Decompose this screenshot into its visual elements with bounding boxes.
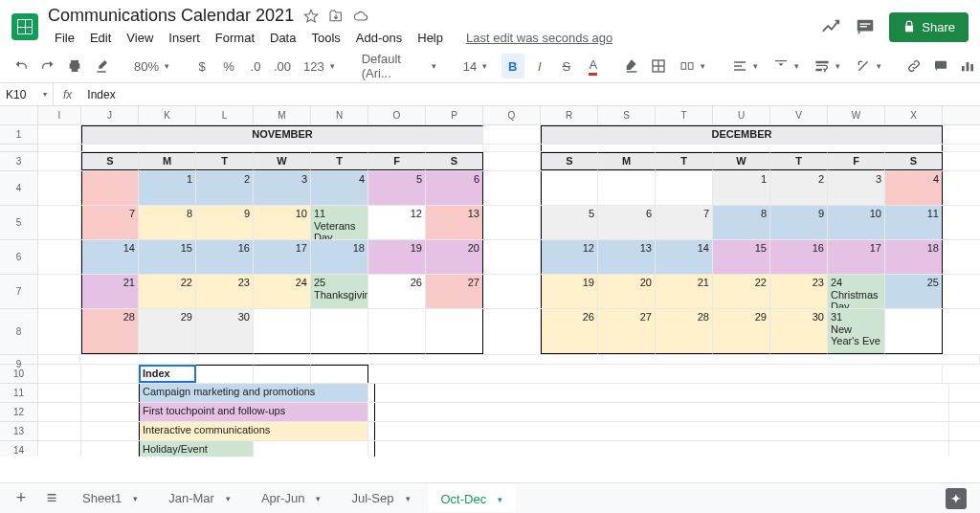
chart-button[interactable] bbox=[956, 54, 979, 78]
nov-w1-m[interactable]: 1 bbox=[139, 171, 196, 205]
nov-w5-s[interactable]: 28 bbox=[81, 309, 139, 354]
dec-w4-s[interactable]: 19 bbox=[541, 275, 598, 308]
nov-w3-f[interactable]: 19 bbox=[368, 240, 426, 274]
legend-item-1[interactable]: Campaign marketing and promotions bbox=[139, 384, 368, 402]
dec-w2-s[interactable]: 5 bbox=[541, 206, 598, 239]
col-v[interactable]: V bbox=[770, 106, 828, 124]
nov-w4-t[interactable]: 23 bbox=[196, 275, 254, 308]
valign-select[interactable] bbox=[768, 54, 805, 78]
dec-w5-th[interactable]: 30 bbox=[770, 309, 828, 354]
dec-w3-sa[interactable]: 18 bbox=[885, 240, 943, 274]
nov-w2-sa[interactable]: 13 bbox=[426, 206, 483, 239]
row-14[interactable]: Holiday/Event bbox=[38, 441, 980, 457]
nov-w1-sa[interactable]: 6 bbox=[426, 171, 483, 205]
col-j[interactable]: J bbox=[81, 106, 139, 124]
col-q[interactable]: Q bbox=[483, 106, 541, 124]
nov-w2-m[interactable]: 8 bbox=[139, 206, 196, 239]
nov-w2-w[interactable]: 10 bbox=[254, 206, 311, 239]
nov-w1-f[interactable]: 5 bbox=[368, 171, 426, 205]
nov-w3-sa[interactable]: 20 bbox=[426, 240, 483, 274]
move-icon[interactable] bbox=[328, 9, 344, 24]
dec-w4-th[interactable]: 23 bbox=[770, 275, 828, 308]
col-p[interactable]: P bbox=[426, 106, 483, 124]
merge-select[interactable] bbox=[674, 54, 711, 78]
col-t[interactable]: T bbox=[656, 106, 713, 124]
col-n[interactable]: N bbox=[311, 106, 368, 124]
nov-w5-sa[interactable] bbox=[426, 309, 483, 354]
increase-decimal-button[interactable]: .00 bbox=[271, 54, 294, 78]
star-icon[interactable] bbox=[303, 9, 319, 24]
dec-w1-t[interactable] bbox=[656, 171, 713, 205]
nov-w5-m[interactable]: 29 bbox=[139, 309, 196, 354]
column-headers[interactable]: I J K L M N O P Q R S T U V W X bbox=[38, 106, 980, 125]
comments-icon[interactable] bbox=[855, 16, 876, 37]
dec-w1-s[interactable] bbox=[541, 171, 598, 205]
name-box[interactable]: K10 bbox=[0, 83, 54, 105]
nov-w1-s[interactable] bbox=[81, 171, 139, 205]
legend-item-3[interactable]: Interactive communications bbox=[139, 422, 368, 440]
font-select[interactable]: Default (Ari... bbox=[356, 54, 442, 78]
dec-w4-f[interactable]: 24 Christmas Day bbox=[828, 275, 885, 308]
halign-select[interactable] bbox=[726, 54, 764, 78]
formula-input[interactable]: Index bbox=[81, 88, 980, 101]
print-button[interactable] bbox=[63, 54, 86, 78]
dec-w4-w[interactable]: 22 bbox=[713, 275, 770, 308]
row-4[interactable]: 1 2 3 4 5 6 1 2 3 4 bbox=[38, 171, 980, 206]
dec-w2-f[interactable]: 10 bbox=[828, 206, 885, 239]
paint-format-button[interactable] bbox=[90, 54, 113, 78]
row-headers[interactable]: 1 3 4 5 6 7 8 9 10111213141516171819 bbox=[0, 106, 38, 457]
nov-w3-m[interactable]: 15 bbox=[139, 240, 196, 274]
row-8[interactable]: 28 29 30 26 27 28 29 30 31 New Year's Ev… bbox=[38, 309, 980, 355]
nov-w3-w[interactable]: 17 bbox=[254, 240, 311, 274]
nov-w2-s[interactable]: 7 bbox=[81, 206, 139, 239]
dec-w2-w[interactable]: 8 bbox=[713, 206, 770, 239]
row-6[interactable]: 14 15 16 17 18 19 20 12 13 14 15 16 17 1… bbox=[38, 240, 980, 275]
percent-button[interactable]: % bbox=[217, 54, 240, 78]
currency-button[interactable]: $ bbox=[190, 54, 213, 78]
link-button[interactable] bbox=[902, 54, 925, 78]
nov-w3-th[interactable]: 18 bbox=[311, 240, 368, 274]
row-10[interactable]: Index bbox=[38, 365, 980, 384]
col-x[interactable]: X bbox=[885, 106, 943, 124]
nov-w1-w[interactable]: 3 bbox=[254, 171, 311, 205]
dec-w2-t[interactable]: 7 bbox=[656, 206, 713, 239]
wrap-select[interactable] bbox=[809, 54, 846, 78]
dec-w5-w[interactable]: 29 bbox=[713, 309, 770, 354]
row-1[interactable]: NOVEMBER DECEMBER bbox=[38, 125, 980, 145]
col-u[interactable]: U bbox=[713, 106, 770, 124]
row-9[interactable] bbox=[38, 355, 980, 365]
cloud-saved-icon[interactable] bbox=[353, 9, 368, 24]
dec-w4-m[interactable]: 20 bbox=[598, 275, 656, 308]
dec-w2-m[interactable]: 6 bbox=[598, 206, 656, 239]
dec-w1-w[interactable]: 1 bbox=[713, 171, 770, 205]
nov-w4-w[interactable]: 24 bbox=[254, 275, 311, 308]
text-color-button[interactable]: A bbox=[582, 54, 605, 78]
nov-w4-s[interactable]: 21 bbox=[81, 275, 139, 308]
dec-w5-sa[interactable] bbox=[885, 309, 943, 354]
format-more-select[interactable]: 123 bbox=[298, 54, 341, 78]
row-2[interactable] bbox=[38, 145, 980, 152]
nov-w4-sa[interactable]: 27 bbox=[426, 275, 483, 308]
row-13[interactable]: Interactive communications bbox=[38, 422, 980, 441]
col-o[interactable]: O bbox=[368, 106, 426, 124]
undo-button[interactable] bbox=[10, 54, 33, 78]
nov-w2-t[interactable]: 9 bbox=[196, 206, 254, 239]
dec-w4-t[interactable]: 21 bbox=[656, 275, 713, 308]
col-r[interactable]: R bbox=[541, 106, 598, 124]
nov-w3-s[interactable]: 14 bbox=[81, 240, 139, 274]
col-l[interactable]: L bbox=[196, 106, 254, 124]
redo-button[interactable] bbox=[36, 54, 59, 78]
dec-w3-w[interactable]: 15 bbox=[713, 240, 770, 274]
dec-w4-sa[interactable]: 25 bbox=[885, 275, 943, 308]
spreadsheet-grid[interactable]: 1 3 4 5 6 7 8 9 10111213141516171819 I J… bbox=[0, 106, 980, 457]
dec-w5-f[interactable]: 31 New Year's Eve bbox=[828, 309, 885, 354]
rotate-select[interactable] bbox=[850, 54, 887, 78]
menu-help[interactable]: Help bbox=[411, 28, 450, 48]
col-s[interactable]: S bbox=[598, 106, 656, 124]
fill-color-button[interactable] bbox=[620, 54, 643, 78]
menu-addons[interactable]: Add-ons bbox=[349, 28, 409, 48]
dec-w3-t[interactable]: 14 bbox=[656, 240, 713, 274]
activity-icon[interactable] bbox=[820, 16, 841, 37]
row-3[interactable]: S M T W T F S S M T W T F S bbox=[38, 152, 980, 171]
menu-edit[interactable]: Edit bbox=[83, 28, 118, 48]
